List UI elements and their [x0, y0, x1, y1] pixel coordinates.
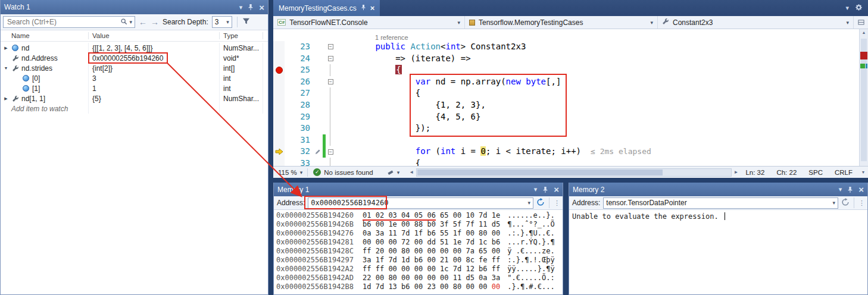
tab-close-icon[interactable]: ×: [370, 4, 375, 12]
toolbar-overflow-icon[interactable]: ⋮: [554, 199, 560, 207]
memory-row[interactable]: 0x000002556B1942AD22 00 80 00 00 00 00 1…: [276, 274, 563, 283]
member-dropdown[interactable]: Constant2x3 ▾: [658, 16, 854, 29]
watch-value[interactable]: 3: [92, 74, 96, 83]
column-header-value[interactable]: Value: [89, 32, 220, 39]
memory-row-hex[interactable]: 22 00 80 00 00 00 00 11 d5 0a 3a: [363, 274, 500, 282]
memory-row[interactable]: 0x000002556B19426001 02 03 04 05 06 65 0…: [276, 211, 563, 220]
code-text[interactable]: [335, 134, 859, 146]
code-text[interactable]: {4, 5, 6}: [335, 111, 859, 123]
watch-row[interactable]: ▶nd[1, 1]{5}NumShar...: [1, 93, 268, 103]
watch-row[interactable]: nd.Address0x000002556b194260void*: [1, 53, 268, 63]
collapse-box-icon[interactable]: −: [328, 44, 333, 49]
watch-value[interactable]: 0x000002556b194260: [92, 54, 163, 62]
code-text[interactable]: var nd = np.array(new byte[,]: [335, 76, 859, 88]
memory-row-hex[interactable]: 00 00 00 72 00 dd 51 1e 7d 1c b6: [363, 238, 500, 246]
breakpoint-margin[interactable]: [273, 76, 285, 88]
close-icon[interactable]: ×: [858, 185, 864, 194]
memory-row[interactable]: 0x000002556B1942973a 1f 7d 1d b6 00 21 0…: [276, 256, 563, 265]
breakpoint-margin[interactable]: [273, 134, 285, 146]
search-prev-icon[interactable]: ←: [139, 18, 147, 26]
column-indicator[interactable]: Ch: 22: [770, 169, 803, 176]
tab-list-chevron-icon[interactable]: ▾: [845, 4, 849, 12]
search-options-caret-icon[interactable]: ▾: [129, 19, 132, 25]
watch-value[interactable]: {int[2]}: [92, 64, 113, 73]
memory2-titlebar[interactable]: Memory 2 ▾ ×: [569, 183, 867, 196]
code-text[interactable]: {: [335, 87, 859, 99]
search-depth-select[interactable]: 3▾: [212, 16, 232, 28]
column-header-type[interactable]: Type: [220, 32, 263, 39]
memory-row[interactable]: 0x000002556B19428100 00 00 72 00 dd 51 1…: [276, 238, 563, 247]
watch-value[interactable]: {[[1, 2, 3], [4, 5, 6]]}: [92, 44, 152, 52]
memory2-address-input[interactable]: tensor.TensorDataPointer ▾: [603, 197, 838, 209]
tab-pin-icon[interactable]: [361, 4, 366, 12]
codelens-references[interactable]: 1 reference: [273, 31, 859, 41]
memory-row[interactable]: 0x000002556B1942760a 3a 11 7d 1f b6 55 1…: [276, 229, 563, 238]
collapse-icon[interactable]: ▼: [3, 66, 9, 70]
split-window-icon[interactable]: [854, 16, 868, 29]
memory-row-hex[interactable]: 3a 1f 7d 1d b6 00 21 00 8c fe ff: [363, 256, 500, 264]
watch-titlebar[interactable]: Watch 1 ▾ ×: [1, 0, 268, 14]
window-position-icon[interactable]: ▾: [534, 186, 538, 193]
horizontal-scrollbar-thumb[interactable]: [417, 170, 662, 175]
scroll-right-icon[interactable]: ►: [733, 170, 740, 175]
memory2-message-area[interactable]: Unable to evaluate the expression.: [569, 210, 867, 294]
horizontal-scrollbar[interactable]: [416, 168, 731, 177]
breakpoint-margin[interactable]: [273, 64, 285, 76]
scroll-left-icon[interactable]: ◄: [408, 170, 415, 175]
memory-row-hex[interactable]: ff ff 00 00 00 00 1c 7d 12 b6 ff: [363, 265, 500, 273]
memory-row[interactable]: 0x000002556B19426Bb6 00 1e 00 88 b0 3f 5…: [276, 220, 563, 229]
pin-icon[interactable]: [248, 4, 254, 11]
breakpoint-margin[interactable]: [273, 123, 285, 134]
breakpoint-margin[interactable]: [273, 87, 285, 99]
memory-row[interactable]: 0x000002556B19428Cff 20 00 80 00 00 00 0…: [276, 247, 563, 256]
watch-row[interactable]: ▼nd.strides{int[2]}int[]: [1, 63, 268, 73]
memory-row-hex[interactable]: ff 20 00 80 00 00 00 00 7a 65 00: [363, 247, 500, 255]
collapse-box-icon[interactable]: −: [328, 149, 333, 155]
code-text[interactable]: {1, 2, 3},: [335, 99, 859, 111]
window-position-icon[interactable]: ▾: [839, 186, 842, 193]
space-mode-indicator[interactable]: SPC: [803, 169, 829, 176]
search-next-icon[interactable]: →: [151, 18, 159, 26]
line-indicator[interactable]: Ln: 32: [739, 169, 770, 176]
memory-row-hex[interactable]: 01 02 03 04 05 06 65 00 10 7d 1e: [363, 211, 500, 219]
column-header-name[interactable]: Name: [1, 32, 89, 39]
collapse-box-icon[interactable]: −: [328, 56, 333, 61]
watch-row[interactable]: ▶nd{[[1, 2, 3], [4, 5, 6]]}NumShar...: [1, 43, 268, 53]
close-icon[interactable]: ×: [259, 3, 264, 12]
breakpoint-icon[interactable]: [276, 67, 283, 74]
watch-value[interactable]: 1: [92, 84, 96, 93]
memory-row[interactable]: 0x000002556B1942A2ff ff 00 00 00 00 1c 7…: [276, 265, 563, 274]
watch-row[interactable]: [0]3int: [1, 73, 268, 83]
refresh-icon[interactable]: [536, 198, 545, 208]
watch-value[interactable]: {5}: [92, 95, 101, 103]
add-item-row[interactable]: Add item to watch: [1, 103, 268, 114]
project-dropdown[interactable]: C# TensorFlowNET.Console ▾: [273, 16, 465, 29]
breakpoint-margin[interactable]: [273, 41, 285, 53]
breakpoint-margin[interactable]: [273, 158, 285, 166]
scroll-down-icon[interactable]: ▼: [858, 170, 868, 174]
type-dropdown[interactable]: Tensorflow.MemoryTestingCases ▾: [465, 16, 658, 29]
memory-row-hex[interactable]: 1d 7d 13 b6 00 23 00 80 00 00 00: [363, 283, 500, 291]
search-input[interactable]: [6, 17, 118, 27]
code-text[interactable]: public Action<int> Constant2x3: [335, 41, 859, 53]
pin-icon[interactable]: [542, 186, 548, 193]
breakpoint-margin[interactable]: [273, 146, 285, 158]
tab-memorytestingcases[interactable]: MemoryTestingCases.cs ×: [273, 0, 380, 16]
memory-row[interactable]: 0x000002556B1942B81d 7d 13 b6 00 23 00 8…: [276, 283, 563, 291]
window-position-icon[interactable]: ▾: [239, 4, 243, 11]
code-text[interactable]: {: [335, 64, 859, 76]
expand-icon[interactable]: ▶: [3, 96, 9, 101]
watch-search-box[interactable]: ▾: [3, 16, 135, 28]
code-text[interactable]: => (iterate) =>: [335, 53, 859, 65]
code-text[interactable]: });: [335, 123, 859, 134]
gear-icon[interactable]: [855, 4, 863, 12]
expand-icon[interactable]: ▶: [3, 46, 9, 51]
zoom-control[interactable]: 115 %▾: [273, 169, 307, 176]
vertical-scrollbar[interactable]: ▲: [859, 29, 868, 166]
code-editor[interactable]: 1 reference 23− public Action<int> Const…: [273, 29, 859, 166]
watch-row[interactable]: [1]1int: [1, 83, 268, 93]
code-text[interactable]: {: [335, 158, 859, 166]
memory1-address-input[interactable]: 0x000002556B194260 ▾: [308, 197, 533, 209]
pin-icon[interactable]: [847, 186, 853, 193]
filter-icon[interactable]: [242, 17, 250, 27]
